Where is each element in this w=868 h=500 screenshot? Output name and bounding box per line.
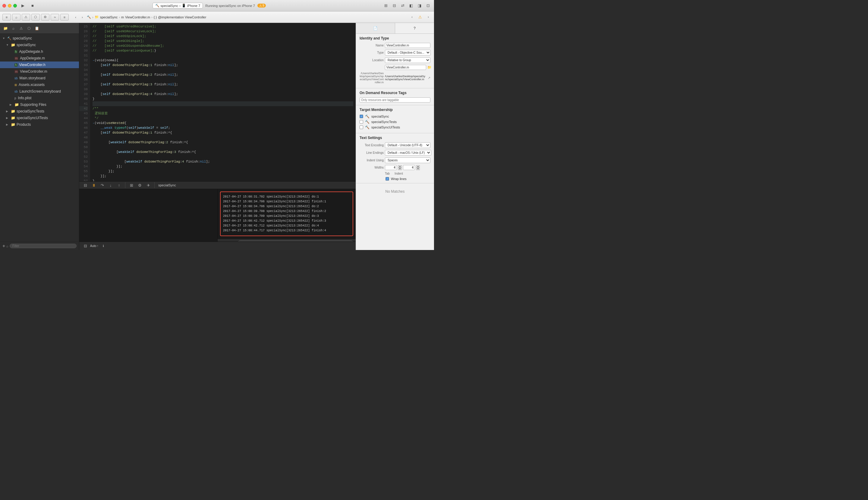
type-select[interactable]: Default - Objective-C Sou... [385,50,431,56]
add-file-button[interactable]: + [2,243,5,249]
breadcrumb-item-1[interactable]: 🔨 [87,15,91,19]
panel-right-icon[interactable]: ◨ [416,2,423,9]
debug-hide-btn[interactable]: ⊟ [82,182,89,189]
wrap-label: Wrap lines [391,177,407,181]
indent-select[interactable]: Spaces [385,157,430,163]
tab-stepper[interactable]: ▲ ▼ [398,165,402,170]
tab-quick-help[interactable]: ? [395,23,434,33]
indent-width-input[interactable] [403,165,415,170]
tab-indent-labels: Tab Indent [360,172,430,175]
sidebar-item-tests[interactable]: ▶ 📁 specialSyncTests [0,108,79,115]
minimize-button[interactable] [8,4,11,8]
on-demand-input[interactable] [360,98,430,103]
indent-step-up[interactable]: ▲ [416,165,420,168]
target-checkbox-uitests[interactable] [360,125,363,129]
indent-stepper[interactable]: ▲ ▼ [416,165,420,170]
breadcrumb-item-2[interactable]: 📁 [95,15,99,19]
location-label: Location [360,58,384,62]
sidebar-item-root[interactable]: ▼ 🔨 specialSync [0,35,79,42]
target-checkbox-main[interactable]: ✓ [360,115,363,118]
debug-step-in[interactable]: ↓ [107,182,114,189]
panel-bottom-icon[interactable]: ⊡ [424,2,431,9]
debug-sanitize-btn[interactable]: ⚙ [136,182,143,189]
breadcrumb-right: ‹ ⚠ › [409,14,431,21]
debug-pause-btn[interactable]: ⏸ [90,182,97,189]
expand-arrow: ▶ [6,110,10,113]
location-select[interactable]: Relative to Group [385,57,430,63]
scheme-selector[interactable]: 🔨 specialSync › 📱 iPhone 7 [152,3,203,9]
nav-forward-btn[interactable]: › [79,14,85,21]
find-btn[interactable]: ⌕ [12,14,21,21]
memory-btn[interactable]: ≈ [51,14,59,21]
breadcrumb-item-3[interactable]: m [121,15,124,19]
code-content[interactable]: // [self usePthredRecursive]; // [self u… [90,23,356,181]
env-btn[interactable]: ⚙ [41,14,49,21]
debug-send-btn[interactable]: ✈ [145,182,152,189]
maximize-button[interactable] [13,4,17,8]
target-checkbox-tests[interactable] [360,120,363,124]
sidebar-item-supporting-files[interactable]: ▶ 📁 Supporting Files [0,101,79,108]
sidebar-filter-input[interactable] [10,244,77,248]
warning-badge[interactable]: ⚠ 9 [257,4,266,8]
sidebar-item-assets[interactable]: ▶ ⊞ Assets.xcassets [0,81,79,88]
target-label-main: specialSync [371,115,389,118]
line-endings-select[interactable]: Default - macOS / Unix (LF) [385,150,431,156]
nav-back-btn[interactable]: ‹ [72,14,79,21]
sidebar-item-viewcontroller-h[interactable]: ▶ h ViewController.h [0,61,79,68]
tab-step-up[interactable]: ▲ [398,165,402,168]
sidebar-item-products[interactable]: ▶ 📁 Products [0,121,79,128]
editor-layout-icon[interactable]: ⊞ [382,2,390,9]
sidebar-tool-warning[interactable]: ⚠ [18,25,24,31]
sidebar-item-launchscreen[interactable]: ▶ sb LaunchScreen.storyboard [0,88,79,95]
debug-step-out[interactable]: ↑ [115,182,123,189]
group-icon: 📁 [11,43,15,47]
titlebar: ▶ ■ 🔨 specialSync › 📱 iPhone 7 Running s… [0,0,434,11]
sidebar-item-uitests[interactable]: ▶ 📁 specialSyncUITests [0,115,79,121]
fullpath-label: /Users/charles/Desktop/specialSync/speci… [360,72,384,84]
tab-file-inspector[interactable]: 📄 [356,23,395,33]
status-info[interactable]: ℹ [100,242,107,250]
group-icon: 📁 [14,103,19,107]
back-forward-icon[interactable]: ⇄ [399,2,406,9]
debug-line-2: 2017-04-27 15:08:34.706 specialSync[3213… [223,199,350,204]
sidebar-tool-report[interactable]: 📋 [34,25,40,31]
sidebar-item-viewcontroller-m[interactable]: ▶ m ViewController.m [0,68,79,75]
sidebar-item-appdelegate-m[interactable]: ▶ m AppDelegate.m [0,55,79,61]
sidebar-tool-folder[interactable]: 📁 [2,25,9,31]
thread-btn[interactable]: ≡ [60,14,69,21]
status-icon[interactable]: ⊟ [82,242,89,250]
encoding-select[interactable]: Default - Unicode (UTF-8) [385,142,430,148]
tab-width-input[interactable] [385,165,397,170]
issue-nav-btn[interactable]: ‹ [409,14,415,20]
reveal-icon[interactable]: ↗ [428,76,430,80]
issue-nav-fwd-btn[interactable]: › [425,14,431,20]
wrap-checkbox[interactable]: ✓ [385,177,389,181]
close-button[interactable] [2,4,6,8]
sidebar-item-group-sync[interactable]: ▼ 📁 specialSync [0,42,79,48]
sidebar-tool-find[interactable]: ⌕ [10,25,16,31]
sidebar-tool-break[interactable]: ⬡ [26,25,32,31]
sidebar-item-appdelegate-h[interactable]: ▶ h AppDelegate.h [0,48,79,55]
issue-btn[interactable]: ⚠ [22,14,30,21]
fullpath-short-input[interactable] [385,65,426,70]
breakpoint-btn[interactable]: ⬡ [31,14,40,21]
debug-simulate-btn[interactable]: ⊞ [128,182,135,189]
fullpath-folder-icon[interactable]: 📁 [427,66,431,69]
sidebar-item-main-storyboard[interactable]: ▶ sb Main.storyboard [0,75,79,81]
panel-left-icon[interactable]: ◧ [407,2,415,9]
breadcrumb-item-4[interactable]: { } [154,15,157,19]
split-view-icon[interactable]: ⊟ [391,2,398,9]
sidebar-item-infoplist[interactable]: ▶ p Info.plist [0,95,79,101]
play-button[interactable]: ▶ [19,2,26,9]
breadcrumb-text-4: @implementation ViewController [158,15,206,19]
stop-button[interactable]: ■ [29,2,36,9]
name-input[interactable] [385,43,430,48]
indent-step-down[interactable]: ▼ [416,168,420,170]
debug-line-6: 2017-04-27 15:08:42.712 specialSync[3213… [223,219,350,224]
device-separator: › [179,4,181,8]
debug-output-box: 2017-04-27 15:08:31.702 specialSync[3213… [220,192,353,236]
tab-step-down[interactable]: ▼ [398,168,402,170]
debug-step-over[interactable]: ↷ [99,182,106,189]
navigator-toggle[interactable]: ≡ [2,14,11,21]
auto-selector[interactable]: Auto ↑ [90,244,99,248]
